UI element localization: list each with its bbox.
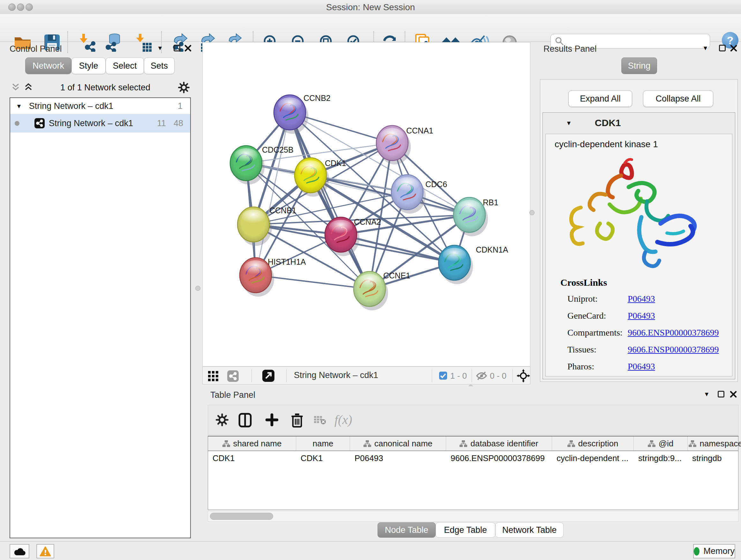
- network-graph[interactable]: CCNB2CCNA1CDC25BCDK1CDC6RB1CCNB1CCNA2CDK…: [203, 43, 530, 366]
- birds-eye-view-icon[interactable]: [517, 369, 530, 382]
- tab-select[interactable]: Select: [106, 57, 144, 74]
- column-label: namespace: [699, 439, 741, 449]
- crosslink-link[interactable]: 9606.ENSP00000378699: [628, 345, 719, 355]
- protein-section-body: cyclin-dependent kinase 1: [545, 134, 732, 376]
- tab-network[interactable]: Network: [25, 57, 71, 74]
- collapse-all-label: Collapse All: [656, 94, 700, 104]
- network-tree-item-row[interactable]: String Network – cdk1 11 48: [10, 114, 190, 132]
- results-panel-close-icon[interactable]: [730, 45, 737, 52]
- tab-sets[interactable]: Sets: [144, 57, 175, 74]
- tree-collapse-icon[interactable]: ▼: [16, 103, 22, 110]
- column-header-namespace[interactable]: namespace: [688, 436, 741, 450]
- table-panel-float-icon[interactable]: [718, 391, 724, 397]
- string-network-gray-icon[interactable]: [227, 370, 239, 382]
- control-panel-tabs: NetworkStyleSelectSets: [0, 57, 197, 75]
- network-options-gear-icon[interactable]: [178, 82, 190, 93]
- collapse-all-icon[interactable]: [11, 83, 20, 92]
- table-settings-gear-icon[interactable]: [216, 414, 228, 426]
- table-horizontal-scrollbar[interactable]: [208, 511, 738, 522]
- table-row[interactable]: CDK1CDK1P064939606.ENSP00000378699cyclin…: [208, 451, 738, 465]
- network-tree-root-row[interactable]: ▼ String Network – cdk1 1: [10, 98, 190, 114]
- hidden-eye-icon[interactable]: [476, 371, 487, 381]
- control-panel-float-icon[interactable]: [174, 45, 180, 51]
- table-cell[interactable]: cyclin-dependent ...: [552, 451, 634, 465]
- crosslink-link[interactable]: P06493: [628, 294, 655, 304]
- network-tree: ▼ String Network – cdk1 1 String Network…: [10, 98, 191, 538]
- scrollbar-thumb[interactable]: [210, 513, 273, 520]
- warnings-button[interactable]: [37, 544, 54, 558]
- cytoscape-window: Session: New Session: [0, 0, 741, 560]
- protein-section-header[interactable]: ▼ CDK1: [543, 113, 735, 133]
- collapse-all-button[interactable]: Collapse All: [643, 90, 713, 107]
- node-CDC25B[interactable]: [230, 145, 265, 185]
- expand-all-icon[interactable]: [24, 83, 32, 92]
- crosslink-link[interactable]: P06493: [628, 361, 655, 372]
- column-type-icon: [689, 440, 696, 447]
- network-canvas[interactable]: CCNB2CCNA1CDC25BCDK1CDC6RB1CCNB1CCNA2CDK…: [202, 42, 530, 367]
- tab-node-table[interactable]: Node Table: [378, 522, 435, 538]
- grid-view-icon[interactable]: [208, 371, 219, 381]
- column-header-databaseidentifier[interactable]: database identifier: [446, 436, 552, 450]
- control-panel: Control Panel ▼ NetworkStyleSelectSets 1…: [0, 42, 197, 541]
- node-CDKN1A[interactable]: [439, 245, 473, 284]
- column-header-name[interactable]: name: [296, 436, 350, 450]
- function-builder-icon-disabled: f(x): [334, 412, 352, 427]
- column-type-icon: [567, 440, 575, 447]
- control-panel-menu-icon[interactable]: ▼: [157, 45, 163, 51]
- show-columns-icon[interactable]: [238, 413, 252, 428]
- add-column-icon[interactable]: [266, 414, 278, 426]
- selected-checkbox-icon[interactable]: [439, 371, 448, 380]
- edge-CCNA1-CCNE1[interactable]: [369, 143, 392, 289]
- table-panel-close-icon[interactable]: [730, 391, 737, 398]
- string-network-icon: [34, 118, 45, 129]
- table-cell[interactable]: stringdb:9...: [634, 451, 688, 465]
- edge-CCNB2-HIST1H1A[interactable]: [256, 112, 290, 275]
- collection-count: 1: [178, 101, 183, 111]
- open-in-window-icon[interactable]: [262, 369, 275, 382]
- column-label: database identifier: [470, 439, 538, 449]
- crosslink-link[interactable]: 9606.ENSP00000378699: [628, 327, 719, 338]
- table-panel-menu-icon[interactable]: ▼: [704, 391, 710, 397]
- results-panel-float-icon[interactable]: [719, 45, 726, 51]
- tab-network-table[interactable]: Network Table: [495, 522, 563, 538]
- network-view-title: String Network – cdk1: [294, 370, 378, 380]
- protein-name: CDK1: [595, 118, 621, 128]
- column-header-canonicalname[interactable]: canonical name: [350, 436, 446, 450]
- table-cell[interactable]: stringdb: [688, 451, 741, 465]
- section-collapse-icon[interactable]: ▼: [566, 120, 572, 126]
- tab-edge-table[interactable]: Edge Table: [435, 522, 495, 538]
- table-cell[interactable]: P06493: [350, 451, 446, 465]
- column-type-icon: [222, 440, 230, 447]
- table-cell[interactable]: 9606.ENSP00000378699: [446, 451, 552, 465]
- tab-string[interactable]: String: [621, 57, 657, 74]
- column-header-description[interactable]: description: [552, 436, 634, 450]
- node-CCNB2[interactable]: [274, 95, 308, 134]
- tab-style[interactable]: Style: [71, 57, 106, 74]
- network-view-footer: String Network – cdk1 1 - 0 0 - 0: [202, 367, 530, 384]
- expand-all-button[interactable]: Expand All: [568, 90, 632, 107]
- column-label: canonical name: [374, 439, 432, 449]
- main-toolbar: ?: [0, 14, 741, 42]
- cloud-status-button[interactable]: [10, 544, 29, 558]
- node-label-CCNB2: CCNB2: [304, 94, 331, 103]
- node-CDC6[interactable]: [391, 175, 426, 213]
- table-cell[interactable]: CDK1: [208, 451, 296, 465]
- node-CCNE1[interactable]: [354, 271, 388, 310]
- column-header-sharedname[interactable]: shared name: [208, 436, 296, 450]
- control-panel-close-icon[interactable]: [185, 45, 192, 52]
- node-label-CDKN1A: CDKN1A: [476, 245, 509, 254]
- vertical-splitter-handle[interactable]: [195, 286, 200, 291]
- memory-button[interactable]: Memory: [693, 544, 735, 558]
- column-header-id[interactable]: @id: [634, 436, 688, 450]
- node-CDK1[interactable]: [294, 158, 329, 197]
- memory-label: Memory: [703, 546, 735, 556]
- results-panel-menu-icon[interactable]: ▼: [702, 45, 709, 51]
- crosslink-link[interactable]: P06493: [628, 311, 655, 321]
- table-panel-title: Table Panel: [210, 390, 255, 400]
- table-cell[interactable]: CDK1: [296, 451, 350, 465]
- node-CCNA1[interactable]: [376, 125, 411, 165]
- cloud-icon: [13, 547, 26, 556]
- node-table: shared namenamecanonical namedatabase id…: [208, 436, 738, 510]
- delete-column-trash-icon[interactable]: [290, 413, 304, 428]
- window-title: Session: New Session: [0, 2, 741, 12]
